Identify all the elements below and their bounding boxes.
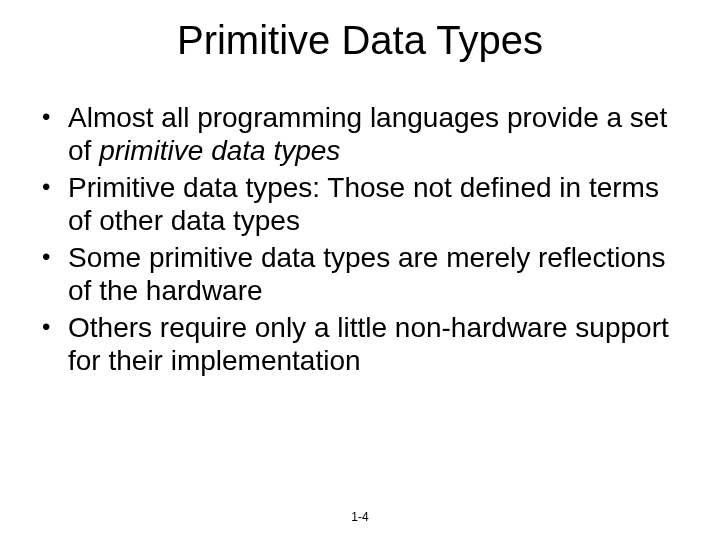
list-item: Primitive data types: Those not defined …: [38, 171, 682, 237]
bullet-emphasis: primitive data types: [99, 135, 340, 166]
bullet-list: Almost all programming languages provide…: [38, 101, 682, 377]
list-item: Almost all programming languages provide…: [38, 101, 682, 167]
slide-title: Primitive Data Types: [0, 0, 720, 63]
list-item: Others require only a little non-hardwar…: [38, 311, 682, 377]
slide: Primitive Data Types Almost all programm…: [0, 0, 720, 540]
bullet-text: Some primitive data types are merely ref…: [68, 242, 666, 306]
list-item: Some primitive data types are merely ref…: [38, 241, 682, 307]
bullet-text: Primitive data types: Those not defined …: [68, 172, 659, 236]
slide-number: 1-4: [0, 510, 720, 524]
slide-body: Almost all programming languages provide…: [0, 63, 720, 377]
bullet-text: Others require only a little non-hardwar…: [68, 312, 669, 376]
